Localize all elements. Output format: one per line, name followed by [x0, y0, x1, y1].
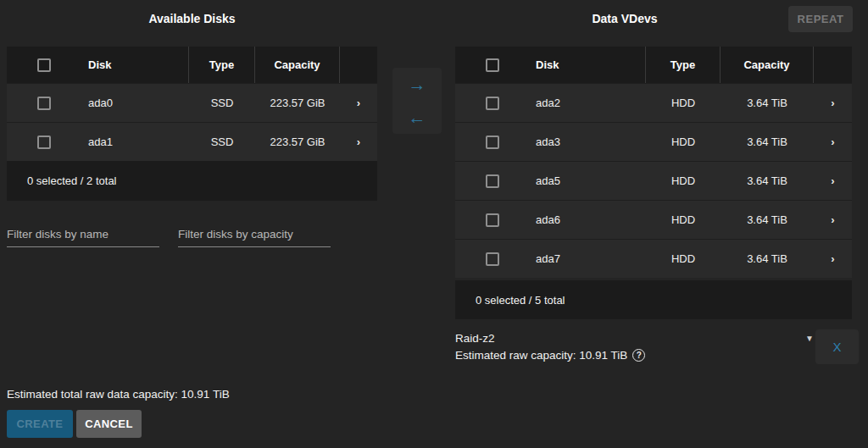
select-all-checkbox[interactable] — [486, 58, 499, 72]
table-row: ada2 HDD 3.64 TiB › — [455, 83, 852, 122]
disk-type: SSD — [189, 123, 255, 161]
cancel-button[interactable]: CANCEL — [76, 410, 142, 438]
checkbox-cell — [455, 240, 529, 278]
disk-type: SSD — [189, 84, 255, 122]
disk-capacity: 3.64 TiB — [721, 201, 814, 239]
checkbox-cell — [455, 162, 529, 200]
chevron-right-icon[interactable]: › — [357, 97, 360, 109]
raw-capacity-text: Estimated raw capacity: 10.91 TiB — [455, 349, 627, 362]
remove-vdev-button[interactable]: X — [815, 329, 859, 364]
table-row: ada1 SSD 223.57 GiB › — [7, 122, 377, 161]
table-row: ada0 SSD 223.57 GiB › — [7, 83, 377, 122]
checkbox-cell — [455, 201, 529, 239]
table-row: ada5 HDD 3.64 TiB › — [455, 161, 852, 200]
type-column-header: Type — [189, 47, 255, 83]
expand-cell: › — [340, 84, 377, 122]
chevron-right-icon[interactable]: › — [831, 252, 834, 265]
table-header-row: Disk Type Capacity — [455, 47, 852, 83]
expand-column-header — [340, 47, 377, 83]
disk-name: ada2 — [529, 84, 646, 122]
chevron-right-icon[interactable]: › — [831, 174, 834, 187]
select-all-cell — [7, 47, 81, 83]
move-left-arrow-button[interactable]: ← — [392, 101, 442, 134]
chevron-right-icon[interactable]: › — [831, 136, 834, 148]
disk-name: ada0 — [81, 84, 189, 122]
raid-layout-select[interactable]: Raid-z2 ▼ — [455, 329, 814, 346]
disk-name: ada3 — [529, 123, 646, 161]
selection-summary: 0 selected / 5 total — [455, 280, 852, 319]
filter-by-name-input[interactable] — [7, 225, 159, 247]
select-all-cell — [455, 47, 529, 83]
row-checkbox[interactable] — [486, 136, 499, 149]
move-right-arrow-button[interactable]: → — [392, 68, 442, 101]
repeat-button[interactable]: REPEAT — [788, 6, 853, 32]
disk-type: HDD — [646, 84, 721, 122]
select-all-checkbox[interactable] — [37, 58, 51, 72]
row-checkbox[interactable] — [37, 97, 51, 110]
disk-capacity: 3.64 TiB — [721, 84, 814, 122]
expand-cell: › — [814, 123, 852, 161]
raid-layout-value: Raid-z2 — [455, 332, 495, 345]
table-row: ada3 HDD 3.64 TiB › — [455, 122, 852, 161]
table-row: ada6 HDD 3.64 TiB › — [455, 200, 852, 239]
row-checkbox[interactable] — [486, 252, 499, 266]
disk-type: HDD — [646, 240, 721, 278]
row-checkbox[interactable] — [486, 97, 499, 110]
type-column-header: Type — [646, 47, 721, 83]
row-checkbox[interactable] — [37, 136, 51, 149]
available-disks-table: Disk Type Capacity ada0 SSD 223.57 GiB ›… — [7, 47, 377, 201]
disk-type: HDD — [646, 123, 721, 161]
table-header-row: Disk Type Capacity — [7, 47, 377, 83]
chevron-down-icon: ▼ — [805, 334, 814, 343]
expand-cell: › — [814, 84, 852, 122]
capacity-column-header: Capacity — [721, 47, 814, 83]
expand-column-header — [814, 47, 852, 83]
disk-column-header: Disk — [81, 47, 189, 83]
disk-type: HDD — [646, 201, 721, 239]
disk-name: ada7 — [529, 240, 646, 278]
transfer-controls: → ← — [392, 68, 442, 134]
available-disks-title: Available Disks — [7, 12, 377, 25]
create-button[interactable]: CREATE — [7, 410, 73, 438]
disk-capacity: 3.64 TiB — [721, 123, 814, 161]
selection-summary: 0 selected / 2 total — [7, 161, 377, 201]
disk-capacity: 3.64 TiB — [721, 240, 814, 278]
chevron-right-icon[interactable]: › — [357, 136, 360, 148]
row-checkbox[interactable] — [486, 213, 499, 227]
filter-by-capacity-input[interactable] — [178, 225, 331, 247]
disk-capacity: 223.57 GiB — [255, 84, 340, 122]
data-vdevs-title: Data VDevs — [455, 12, 794, 25]
disk-column-header: Disk — [529, 47, 646, 83]
help-icon[interactable]: ? — [632, 349, 645, 362]
capacity-column-header: Capacity — [255, 47, 340, 83]
checkbox-cell — [7, 84, 81, 122]
checkbox-cell — [455, 123, 529, 161]
checkbox-cell — [455, 84, 529, 122]
expand-cell: › — [340, 123, 377, 161]
raw-capacity-line: Estimated raw capacity: 10.91 TiB ? — [455, 349, 645, 362]
disk-capacity: 223.57 GiB — [255, 123, 340, 161]
disk-type: HDD — [646, 162, 721, 200]
table-row: ada7 HDD 3.64 TiB › — [455, 239, 852, 278]
row-checkbox[interactable] — [486, 174, 499, 188]
chevron-right-icon[interactable]: › — [831, 213, 834, 226]
expand-cell: › — [814, 201, 852, 239]
expand-cell: › — [814, 162, 852, 200]
total-capacity-text: Estimated total raw data capacity: 10.91… — [7, 388, 230, 401]
disk-name: ada1 — [81, 123, 189, 161]
data-vdevs-table: Disk Type Capacity ada2 HDD 3.64 TiB › a… — [455, 47, 852, 319]
disk-capacity: 3.64 TiB — [721, 162, 814, 200]
disk-name: ada5 — [529, 162, 646, 200]
checkbox-cell — [7, 123, 81, 161]
expand-cell: › — [814, 240, 852, 278]
chevron-right-icon[interactable]: › — [831, 97, 834, 109]
disk-name: ada6 — [529, 201, 646, 239]
